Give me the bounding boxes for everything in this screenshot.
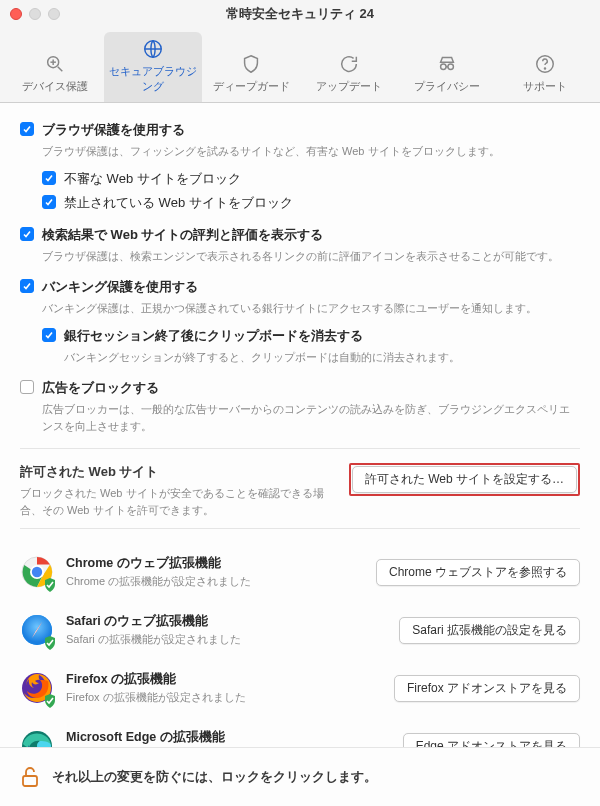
tab-label: デバイス保護 (22, 79, 88, 94)
checkbox-banking[interactable] (20, 279, 34, 293)
tab-bar: デバイス保護 セキュアブラウジング ディープガード アップデート プライバシー (0, 28, 600, 103)
highlight-box: 許可された Web サイトを設定する… (349, 463, 580, 496)
separator (20, 448, 580, 449)
checkbox-adblock[interactable] (20, 380, 34, 394)
option-search-rating: 検索結果で Web サイトの評判と評価を表示する ブラウザ保護は、検索エンジンで… (20, 226, 580, 265)
checkbox-search-rating[interactable] (20, 227, 34, 241)
tab-device[interactable]: デバイス保護 (6, 47, 104, 102)
option-title: 検索結果で Web サイトの評判と評価を表示する (42, 226, 323, 244)
option-title: バンキング保護を使用する (42, 278, 198, 296)
extension-title: Safari のウェブ拡張機能 (66, 613, 387, 630)
tab-update[interactable]: アップデート (300, 47, 398, 102)
option-desc: バンキング保護は、正規かつ保護されている銀行サイトにアクセスする際にユーザーを通… (42, 300, 580, 317)
svg-point-6 (448, 64, 454, 70)
tab-label: セキュアブラウジング (106, 64, 200, 94)
globe-icon (142, 38, 164, 60)
option-title: ブラウザ保護を使用する (42, 121, 185, 139)
svg-point-5 (441, 64, 447, 70)
extension-firefox: Firefox の拡張機能 Firefox の拡張機能が設定されました Fire… (20, 659, 580, 717)
option-desc: ブラウザ保護は、フィッシングを試みるサイトなど、有害な Web サイトをブロック… (42, 143, 580, 160)
checkbox-banking-clipboard[interactable] (42, 328, 56, 342)
chrome-store-button[interactable]: Chrome ウェブストアを参照する (376, 559, 580, 586)
extension-chrome: Chrome のウェブ拡張機能 Chrome の拡張機能が設定されました Chr… (20, 543, 580, 601)
extension-edge: Microsoft Edge の拡張機能 Edge の拡張機能が設定されました … (20, 717, 580, 747)
option-browser-protect: ブラウザ保護を使用する ブラウザ保護は、フィッシングを試みるサイトなど、有害な … (20, 121, 580, 212)
shield-check-icon (42, 577, 58, 593)
firefox-icon (20, 671, 54, 705)
svg-line-1 (58, 67, 63, 72)
allowed-button[interactable]: 許可された Web サイトを設定する… (352, 466, 577, 493)
extension-desc: Firefox の拡張機能が設定されました (66, 690, 382, 705)
option-desc: ブラウザ保護は、検索エンジンで表示される各リンクの前に評価アイコンを表示させるこ… (42, 248, 580, 265)
extension-desc: Safari の拡張機能が設定されました (66, 632, 387, 647)
edge-store-button[interactable]: Edge アドオンストアを見る (403, 733, 580, 748)
option-adblock: 広告をブロックする 広告ブロッカーは、一般的な広告サーバーからのコンテンツの読み… (20, 379, 580, 434)
option-desc: 広告ブロッカーは、一般的な広告サーバーからのコンテンツの読み込みを防ぎ、ブラウジ… (42, 401, 580, 434)
svg-rect-22 (23, 776, 37, 786)
option-desc: バンキングセッションが終了すると、クリップボードは自動的に消去されます。 (64, 349, 580, 366)
separator (20, 528, 580, 529)
option-banking: バンキング保護を使用する バンキング保護は、正規かつ保護されている銀行サイトにア… (20, 278, 580, 365)
checkbox-browser-protect[interactable] (20, 122, 34, 136)
svg-point-8 (544, 68, 545, 69)
content: ブラウザ保護を使用する ブラウザ保護は、フィッシングを試みるサイトなど、有害な … (0, 103, 600, 747)
extension-desc: Chrome の拡張機能が設定されました (66, 574, 364, 589)
footer-text: それ以上の変更を防ぐには、ロックをクリックします。 (52, 769, 377, 786)
extension-safari: Safari のウェブ拡張機能 Safari の拡張機能が設定されました Saf… (20, 601, 580, 659)
footer: それ以上の変更を防ぐには、ロックをクリックします。 (0, 747, 600, 806)
tab-label: サポート (523, 79, 567, 94)
safari-settings-button[interactable]: Safari 拡張機能の設定を見る (399, 617, 580, 644)
allowed-websites-row: 許可された Web サイト ブロックされた Web サイトが安全であることを確認… (20, 463, 580, 518)
allowed-title: 許可された Web サイト (20, 463, 339, 481)
magnifier-icon (44, 53, 66, 75)
option-title: 不審な Web サイトをブロック (64, 170, 241, 188)
unlock-icon[interactable] (20, 766, 40, 788)
window: 常時安全セキュリティ 24 デバイス保護 セキュアブラウジング ディープガード (0, 0, 600, 806)
window-title: 常時安全セキュリティ 24 (0, 5, 600, 23)
edge-icon (20, 729, 54, 747)
help-icon (534, 53, 556, 75)
svg-point-12 (32, 567, 42, 577)
tab-label: ディープガード (213, 79, 290, 94)
option-title: 銀行セッション終了後にクリップボードを消去する (64, 327, 363, 345)
extension-title: Firefox の拡張機能 (66, 671, 382, 688)
shield-check-icon (42, 693, 58, 709)
shield-check-icon (42, 635, 58, 651)
tab-secure-browsing[interactable]: セキュアブラウジング (104, 32, 202, 102)
tab-support[interactable]: サポート (496, 47, 594, 102)
extension-title: Microsoft Edge の拡張機能 (66, 729, 391, 746)
tab-label: プライバシー (414, 79, 480, 94)
checkbox-block-suspicious[interactable] (42, 171, 56, 185)
checkbox-block-forbidden[interactable] (42, 195, 56, 209)
refresh-icon (338, 53, 360, 75)
safari-icon (20, 613, 54, 647)
shield-icon (240, 53, 262, 75)
extension-title: Chrome のウェブ拡張機能 (66, 555, 364, 572)
titlebar: 常時安全セキュリティ 24 (0, 0, 600, 28)
firefox-store-button[interactable]: Firefox アドオンストアを見る (394, 675, 580, 702)
incognito-icon (436, 53, 458, 75)
tab-privacy[interactable]: プライバシー (398, 47, 496, 102)
option-title: 広告をブロックする (42, 379, 159, 397)
tab-deepguard[interactable]: ディープガード (202, 47, 300, 102)
allowed-desc: ブロックされた Web サイトが安全であることを確認できる場合、その Web サ… (20, 485, 339, 518)
chrome-icon (20, 555, 54, 589)
tab-label: アップデート (316, 79, 382, 94)
option-title: 禁止されている Web サイトをブロック (64, 194, 293, 212)
